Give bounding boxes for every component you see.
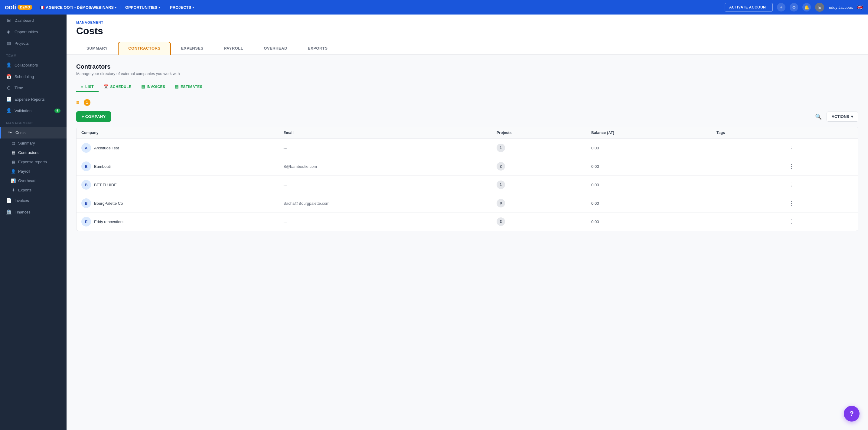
tab-expenses[interactable]: EXPENSES <box>171 42 214 55</box>
summary-icon: ▤ <box>11 141 16 146</box>
sidebar-sub-item-summary[interactable]: ▤ Summary <box>0 139 66 148</box>
agency-selector[interactable]: 🇫🇷 AGENCE OOTI - DÉMOS/WEBINARS ▾ <box>36 5 120 10</box>
cell-balance: 0.00 <box>586 157 712 176</box>
tabs-row: SUMMARY CONTRACTORS EXPENSES PAYROLL OVE… <box>76 41 858 55</box>
row-menu-button[interactable]: ⋮ <box>786 199 797 208</box>
table-row[interactable]: B BourgPalette Co Sacha@Bourgpalette.com… <box>76 194 858 213</box>
subtab-invoices[interactable]: ▤ INVOICES <box>136 82 170 92</box>
col-balance: Balance (AT) <box>586 127 712 139</box>
sidebar-sub-item-exports[interactable]: ⬇ Exports <box>0 185 66 195</box>
tab-overhead[interactable]: OVERHEAD <box>253 42 298 55</box>
filter-indicator[interactable]: ≡ 1 <box>76 99 90 106</box>
subtabs-row: ≡ LIST 📅 SCHEDULE ▤ INVOICES ▤ ESTIMATES <box>76 82 858 92</box>
row-menu-button[interactable]: ⋮ <box>786 143 797 152</box>
row-menu-button[interactable]: ⋮ <box>786 162 797 171</box>
sidebar-item-dashboard[interactable]: ⊞ Dashboard <box>0 14 66 26</box>
subtab-estimates-label: ESTIMATES <box>181 85 202 89</box>
project-count-badge: 1 <box>497 181 505 189</box>
tab-payroll[interactable]: PAYROLL <box>214 42 253 55</box>
sidebar-sub-item-payroll[interactable]: 👤 Payroll <box>0 166 66 176</box>
sidebar-label-invoices: Invoices <box>14 198 29 203</box>
cell-menu: ⋮ <box>781 194 858 213</box>
sidebar-item-projects[interactable]: ▤ Projects <box>0 37 66 49</box>
project-count-badge: 2 <box>497 162 505 171</box>
cell-email: --- <box>279 139 492 157</box>
add-company-button[interactable]: + COMPANY <box>76 111 111 122</box>
sidebar-label-collaborators: Collaborators <box>14 63 38 67</box>
search-button[interactable]: 🔍 <box>814 112 823 121</box>
table-body: A Architude Test --- 1 0.00 ⋮ B Bambouti… <box>76 139 858 231</box>
activate-account-button[interactable]: ACTIVATE ACCOUNT <box>725 3 773 11</box>
sidebar-item-collaborators[interactable]: 👤 Collaborators <box>0 59 66 71</box>
scheduling-icon: 📅 <box>6 74 11 79</box>
cell-tags <box>712 176 781 194</box>
sidebar-sub-item-overhead[interactable]: 📊 Overhead <box>0 176 66 185</box>
cell-projects: 1 <box>492 139 586 157</box>
sidebar-item-invoices[interactable]: 📄 Invoices <box>0 195 66 206</box>
sidebar-item-validation[interactable]: 👤 Validation 6 <box>0 105 66 116</box>
row-menu-button[interactable]: ⋮ <box>786 180 797 189</box>
exports-icon: ⬇ <box>11 188 16 192</box>
subtab-estimates[interactable]: ▤ ESTIMATES <box>170 82 207 92</box>
company-avatar: B <box>81 198 91 208</box>
collaborators-icon: 👤 <box>6 62 11 68</box>
row-menu-button[interactable]: ⋮ <box>786 217 797 226</box>
project-count-badge: 1 <box>497 144 505 152</box>
sidebar-sub-item-expense-reports[interactable]: ▦ Expense reports <box>0 157 66 166</box>
settings-icon[interactable]: ⚙ <box>790 3 798 11</box>
cell-tags <box>712 194 781 213</box>
sidebar-item-time[interactable]: ⏱ Time <box>0 82 66 93</box>
sidebar-item-finances[interactable]: 🏦 Finances <box>0 206 66 218</box>
table-row[interactable]: B Bambouti B@bambootie.com 2 0.00 ⋮ <box>76 157 858 176</box>
logo-text[interactable]: ooti <box>5 3 16 11</box>
cell-menu: ⋮ <box>781 157 858 176</box>
actions-button[interactable]: ACTIONS ▾ <box>827 112 859 122</box>
top-nav-menu: OPPORTUNITIES ▾ PROJECTS ▾ <box>120 0 725 14</box>
invoices-icon: 📄 <box>6 198 11 203</box>
col-email: Email <box>279 127 492 139</box>
sidebar-item-expense-reports[interactable]: 🧾 Expense Reports <box>0 93 66 105</box>
sidebar-item-costs[interactable]: 〜 Costs <box>0 127 66 139</box>
tab-exports[interactable]: EXPORTS <box>298 42 338 55</box>
notifications-icon[interactable]: 🔔 <box>802 3 811 11</box>
user-name[interactable]: Eddy Jaccoux <box>828 5 853 10</box>
subtab-schedule[interactable]: 📅 SCHEDULE <box>99 82 136 92</box>
payroll-icon: 👤 <box>11 169 16 174</box>
table-row[interactable]: B BET FLUIDE --- 1 0.00 ⋮ <box>76 176 858 194</box>
sidebar: ⊞ Dashboard ◈ Opportunities ▤ Projects T… <box>0 14 66 430</box>
sidebar-label-costs: Costs <box>16 130 25 135</box>
table-row[interactable]: A Architude Test --- 1 0.00 ⋮ <box>76 139 858 157</box>
cell-company: E Eddy renovations <box>76 213 279 231</box>
projects-icon: ▤ <box>6 40 11 46</box>
sidebar-item-opportunities[interactable]: ◈ Opportunities <box>0 26 66 37</box>
col-company: Company <box>76 127 279 139</box>
nav-projects[interactable]: PROJECTS ▾ <box>165 0 199 14</box>
tab-summary[interactable]: SUMMARY <box>76 42 118 55</box>
tab-contractors[interactable]: CONTRACTORS <box>118 42 170 55</box>
sidebar-sub-label-summary: Summary <box>18 141 35 146</box>
flag-icon: 🇫🇷 <box>40 5 44 10</box>
cell-balance: 0.00 <box>586 139 712 157</box>
sidebar-sub-label-exports: Exports <box>18 188 31 192</box>
sidebar-sub-item-contractors[interactable]: ▦ Contractors <box>0 148 66 157</box>
filter-icon: ≡ <box>76 99 80 106</box>
cell-tags <box>712 157 781 176</box>
nav-opportunities[interactable]: OPPORTUNITIES ▾ <box>120 0 165 14</box>
table-row[interactable]: E Eddy renovations --- 3 0.00 ⋮ <box>76 213 858 231</box>
avatar[interactable]: E <box>815 3 824 12</box>
demo-badge: DEMO <box>18 5 32 10</box>
cell-projects: 3 <box>492 213 586 231</box>
sidebar-label-dashboard: Dashboard <box>14 18 34 23</box>
cell-company: B BourgPalette Co <box>76 194 279 213</box>
cell-tags <box>712 213 781 231</box>
help-fab[interactable]: ? <box>844 406 860 422</box>
contractors-body: Contractors Manage your directory of ext… <box>66 55 868 240</box>
section-title: Contractors <box>76 63 858 70</box>
sidebar-label-scheduling: Scheduling <box>14 74 34 79</box>
time-icon: ⏱ <box>6 85 11 90</box>
subtab-list[interactable]: ≡ LIST <box>76 82 99 92</box>
cell-balance: 0.00 <box>586 213 712 231</box>
sidebar-label-time: Time <box>14 86 23 90</box>
sidebar-item-scheduling[interactable]: 📅 Scheduling <box>0 71 66 82</box>
add-icon[interactable]: ＋ <box>777 3 785 11</box>
